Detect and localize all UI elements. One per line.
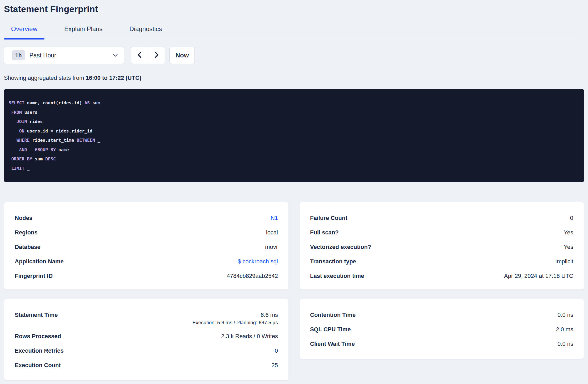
- sql-statement-box: SELECT name, count(rides.id) AS sum FROM…: [4, 89, 584, 182]
- row-label: Nodes: [15, 214, 32, 221]
- sql-line: JOIN rides: [9, 117, 579, 126]
- node-link[interactable]: N1: [271, 214, 278, 221]
- sql-token: [9, 156, 11, 161]
- statement-time-breakdown: Execution: 5.8 ms / Planning: 687.5 µs: [15, 319, 278, 326]
- row-label: Statement Time: [15, 311, 58, 318]
- sql-line: WHERE rides.start_time BETWEEN _: [9, 136, 579, 145]
- row-value: 0: [275, 347, 278, 354]
- card-row-execution-count: Execution Count 25: [15, 362, 278, 369]
- row-label: Contention Time: [310, 311, 356, 318]
- sql-token: sum: [90, 100, 100, 105]
- sql-token: WHERE: [17, 138, 30, 143]
- sql-token: AS: [84, 100, 90, 105]
- aggregated-stats-caption: Showing aggregated stats from 16:00 to 1…: [4, 74, 584, 81]
- row-value: Apr 29, 2024 at 17:18 UTC: [504, 272, 573, 279]
- sql-line: SELECT name, count(rides.id) AS sum: [9, 98, 579, 108]
- row-label: Regions: [15, 229, 38, 236]
- caption-prefix: Showing aggregated stats from: [4, 75, 86, 81]
- card-row-transaction-type: Transaction type Implicit: [310, 258, 573, 265]
- row-label: Execution Retries: [15, 347, 64, 354]
- sql-line: AND _ GROUP BY name: [9, 145, 579, 155]
- row-label: Failure Count: [310, 214, 347, 221]
- chevron-left-icon: [137, 51, 142, 60]
- card-row-nodes: Nodes N1: [15, 214, 278, 221]
- sql-token: JOIN: [17, 119, 27, 124]
- row-value: local: [266, 229, 278, 236]
- card-row-sql-cpu-time: SQL CPU Time 2.0 ms: [310, 326, 573, 333]
- sql-token: LIMIT: [11, 166, 24, 171]
- card-row-last-execution-time: Last execution time Apr 29, 2024 at 17:1…: [310, 272, 573, 279]
- row-label: Database: [15, 243, 41, 250]
- card-row-fingerprint-id: Fingerprint ID 4784cb829aab2542: [15, 272, 278, 279]
- sql-token: _: [24, 166, 30, 171]
- row-value: Yes: [564, 229, 573, 236]
- row-value: 4784cb829aab2542: [227, 272, 278, 279]
- sql-token: rides: [27, 119, 43, 124]
- time-controls: 1h Past Hour Now: [4, 47, 584, 64]
- sql-token: _: [27, 147, 35, 152]
- row-value: 0.0 ns: [557, 311, 573, 318]
- sql-token: rides.start_time: [29, 138, 77, 143]
- time-range-badge: 1h: [12, 50, 25, 60]
- card-row-vectorized-execution: Vectorized execution? Yes: [310, 243, 573, 250]
- sql-token: users: [22, 110, 38, 115]
- row-label: Fingerprint ID: [15, 272, 53, 279]
- sql-token: [9, 166, 11, 171]
- wait-time-card: Contention Time 0.0 ns SQL CPU Time 2.0 …: [299, 299, 584, 359]
- card-row-failure-count: Failure Count 0: [310, 214, 573, 221]
- row-label: Full scan?: [310, 229, 339, 236]
- next-interval-button[interactable]: [148, 47, 165, 64]
- row-value: movr: [265, 243, 278, 250]
- card-row-rows-processed: Rows Processed 2.3 k Reads / 0 Writes: [15, 333, 278, 340]
- statement-timing-card: Statement Time 6.6 ms Execution: 5.8 ms …: [4, 299, 289, 380]
- row-label: Last execution time: [310, 272, 364, 279]
- sql-token: BETWEEN: [77, 138, 95, 143]
- sql-token: [9, 138, 17, 143]
- tab-explain-plans[interactable]: Explain Plans: [57, 25, 109, 39]
- sql-token: ORDER BY: [11, 156, 32, 161]
- row-value: 2.3 k Reads / 0 Writes: [221, 333, 278, 340]
- sql-line: ORDER BY sum DESC: [9, 154, 579, 164]
- sql-token: SELECT: [9, 100, 24, 105]
- row-label: Client Wait Time: [310, 340, 355, 347]
- time-range-dropdown[interactable]: 1h Past Hour: [4, 47, 124, 64]
- row-label: Transaction type: [310, 258, 356, 265]
- card-row-application-name: Application Name $ cockroach sql: [15, 258, 278, 265]
- now-button[interactable]: Now: [170, 47, 195, 64]
- row-value: 0.0 ns: [557, 340, 573, 347]
- sql-line: LIMIT _: [9, 164, 579, 173]
- row-value: 0: [570, 214, 573, 221]
- time-range-nav: [131, 47, 165, 64]
- row-label: Rows Processed: [15, 333, 61, 340]
- chevron-right-icon: [154, 51, 159, 60]
- sql-token: DESC: [45, 156, 56, 161]
- tab-diagnostics[interactable]: Diagnostics: [122, 25, 169, 39]
- sql-token: FROM: [11, 110, 22, 115]
- row-value: 6.6 ms: [261, 311, 278, 318]
- sql-token: _: [95, 138, 100, 143]
- card-row-contention-time: Contention Time 0.0 ns: [310, 311, 573, 318]
- sql-token: name: [56, 147, 69, 152]
- application-name-link[interactable]: $ cockroach sql: [238, 258, 278, 265]
- sql-token: [9, 147, 19, 152]
- sql-token: GROUP BY: [35, 147, 56, 152]
- summary-cards: Nodes N1 Regions local Database movr App…: [4, 202, 584, 380]
- card-row-database: Database movr: [15, 243, 278, 250]
- card-row-execution-retries: Execution Retries 0: [15, 347, 278, 354]
- statement-fingerprint-page: Statement Fingerprint Overview Explain P…: [0, 0, 588, 380]
- sql-token: sum: [32, 156, 45, 161]
- previous-interval-button[interactable]: [131, 47, 148, 64]
- sql-token: [9, 119, 17, 124]
- row-label: SQL CPU Time: [310, 326, 351, 333]
- sql-token: users.id = rides.rider_id: [24, 129, 92, 134]
- row-value: 25: [272, 362, 278, 369]
- row-value: 2.0 ms: [556, 326, 573, 333]
- sql-token: [9, 110, 11, 115]
- tab-overview[interactable]: Overview: [4, 25, 44, 39]
- sql-token: AND: [19, 147, 27, 152]
- statement-details-card: Nodes N1 Regions local Database movr App…: [4, 202, 289, 290]
- sql-token: ON: [19, 129, 24, 134]
- card-row-regions: Regions local: [15, 229, 278, 236]
- row-value: Implicit: [555, 258, 573, 265]
- caption-time-range: 16:00 to 17:22 (UTC): [86, 75, 142, 81]
